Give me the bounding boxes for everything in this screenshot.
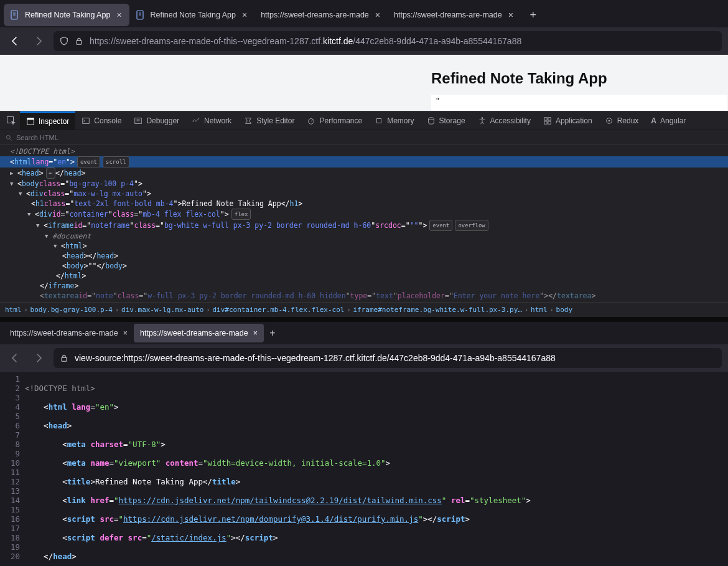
browser-tab[interactable]: Refined Note Taking App ×	[129, 4, 255, 26]
svg-rect-20	[548, 118, 551, 120]
window-splitter[interactable]	[0, 317, 728, 322]
devtools-tab-angular[interactable]: A Angular	[645, 111, 692, 130]
devtools-tab-storage[interactable]: Storage	[421, 111, 472, 130]
dom-line[interactable]: <head></head>	[0, 251, 728, 261]
source-url-field[interactable]: view-source:https://sweet-dreams-are-mad…	[54, 348, 722, 368]
svg-point-17	[428, 118, 434, 120]
dom-line[interactable]: <!DOCTYPE html>	[0, 146, 728, 156]
page-viewport: Refined Note Taking App "	[0, 55, 728, 111]
new-tab-button[interactable]: +	[264, 324, 281, 342]
dom-line[interactable]: </html>	[0, 271, 728, 281]
source-view[interactable]: 12345678910 11121314151617181920 <!DOCTY…	[0, 372, 728, 566]
browser-tab-strip: Refined Note Taking App × Refined Note T…	[0, 0, 728, 27]
lock-icon	[60, 354, 68, 362]
svg-rect-19	[544, 118, 547, 120]
browser-tab[interactable]: Refined Note Taking App ×	[4, 4, 129, 26]
url-text: https://sweet-dreams-are-made-of-this--v…	[90, 36, 716, 46]
devtools-tab-style-editor[interactable]: Style Editor	[238, 111, 301, 130]
dom-line[interactable]: ▼<body class="bg-gray-100 p-4">	[0, 179, 728, 189]
browser-tab[interactable]: https://sweet-dreams-are-made ×	[254, 4, 388, 26]
tab-label: https://sweet-dreams-are-made	[261, 11, 369, 19]
source-tab[interactable]: https://sweet-dreams-are-made ×	[134, 324, 264, 342]
page-title: Refined Note Taking App	[431, 70, 607, 87]
shield-icon	[60, 37, 68, 45]
dom-line[interactable]: </iframe>	[0, 281, 728, 291]
tab-label: Refined Note Taking App	[25, 11, 110, 19]
dom-line[interactable]: ▼<iframe id="noteframe" class="bg-white …	[0, 220, 728, 231]
source-tab[interactable]: https://sweet-dreams-are-made ×	[4, 324, 134, 342]
devtools-tab-debugger[interactable]: Debugger	[128, 111, 185, 130]
dom-line[interactable]: <textarea id="note" class="w-full px-3 p…	[0, 291, 728, 301]
forward-button[interactable]	[30, 32, 47, 50]
dom-line[interactable]: ▶<head>⋯</head>	[0, 167, 728, 179]
breadcrumb[interactable]: html› body.bg-gray-100.p-4› div.max-w-lg…	[0, 302, 728, 317]
forward-button[interactable]	[30, 349, 47, 367]
svg-rect-6	[77, 40, 82, 44]
close-icon[interactable]: ×	[253, 329, 258, 337]
devtools-tab-redux[interactable]: Redux	[599, 111, 645, 130]
devtools-tab-network[interactable]: Network	[185, 111, 238, 130]
svg-point-24	[608, 120, 610, 122]
note-preview-box: "	[431, 95, 727, 111]
back-button[interactable]	[6, 32, 24, 50]
browser-tab[interactable]: https://sweet-dreams-are-made ×	[388, 4, 521, 26]
dom-line[interactable]: ▼<div id="container" class="mb-4 flex fl…	[0, 209, 728, 220]
dom-line[interactable]: ▼<div class="max-w-lg mx-auto">	[0, 189, 728, 199]
close-icon[interactable]: ×	[507, 10, 515, 20]
devtools-tab-memory[interactable]: Memory	[368, 111, 420, 130]
tab-label: Refined Note Taking App	[151, 11, 236, 19]
svg-rect-22	[548, 121, 551, 124]
source-url-text: view-source:https://sweet-dreams-are-mad…	[75, 353, 556, 363]
source-url-bar: view-source:https://sweet-dreams-are-mad…	[0, 344, 728, 372]
url-bar: https://sweet-dreams-are-made-of-this--v…	[0, 27, 728, 55]
lock-icon	[75, 37, 83, 45]
dom-line[interactable]: ▼#document	[0, 231, 728, 241]
source-tab-strip: https://sweet-dreams-are-made × https://…	[0, 322, 728, 344]
element-picker-icon[interactable]	[2, 116, 20, 126]
devtools-tab-inspector[interactable]: Inspector	[20, 111, 75, 130]
devtools-tab-performance[interactable]: Performance	[301, 111, 368, 130]
close-icon[interactable]: ×	[241, 10, 248, 20]
tab-label: https://sweet-dreams-are-made	[394, 11, 502, 19]
dom-line[interactable]: <html lang="en">eventscroll	[0, 156, 728, 167]
devtools-panel: Inspector Console Debugger Network Style…	[0, 111, 728, 317]
close-icon[interactable]: ×	[115, 10, 123, 20]
svg-rect-16	[377, 119, 381, 123]
dom-line[interactable]: <body>""</body>	[0, 261, 728, 271]
svg-line-26	[10, 138, 12, 140]
svg-rect-10	[83, 118, 90, 124]
dom-line[interactable]: ▼<html>	[0, 241, 728, 251]
svg-point-25	[6, 135, 10, 139]
svg-line-15	[311, 120, 313, 121]
devtools-tab-console[interactable]: Console	[75, 111, 128, 130]
svg-rect-27	[62, 357, 67, 361]
dom-tree[interactable]: <!DOCTYPE html> <html lang="en">eventscr…	[0, 145, 728, 302]
svg-rect-21	[544, 121, 547, 124]
new-tab-button[interactable]: +	[525, 6, 542, 24]
url-field[interactable]: https://sweet-dreams-are-made-of-this--v…	[54, 31, 722, 51]
close-icon[interactable]: ×	[374, 10, 381, 20]
devtools-search[interactable]: Search HTML	[0, 130, 728, 145]
svg-rect-9	[27, 118, 34, 120]
line-gutter: 12345678910 11121314151617181920	[0, 372, 25, 566]
svg-point-18	[481, 117, 483, 119]
back-button[interactable]	[6, 349, 24, 367]
note-icon	[10, 10, 20, 20]
devtools-tab-application[interactable]: Application	[537, 111, 599, 130]
search-placeholder: Search HTML	[16, 134, 58, 141]
devtools-tabs: Inspector Console Debugger Network Style…	[0, 111, 728, 130]
dom-line[interactable]: <h1 class="text-2xl font-bold mb-4">Refi…	[0, 199, 728, 209]
source-code: <!DOCTYPE html> <html lang="en"> <head> …	[25, 372, 728, 566]
close-icon[interactable]: ×	[123, 329, 128, 337]
devtools-tab-accessibility[interactable]: Accessibility	[472, 111, 537, 130]
note-icon	[136, 10, 146, 20]
